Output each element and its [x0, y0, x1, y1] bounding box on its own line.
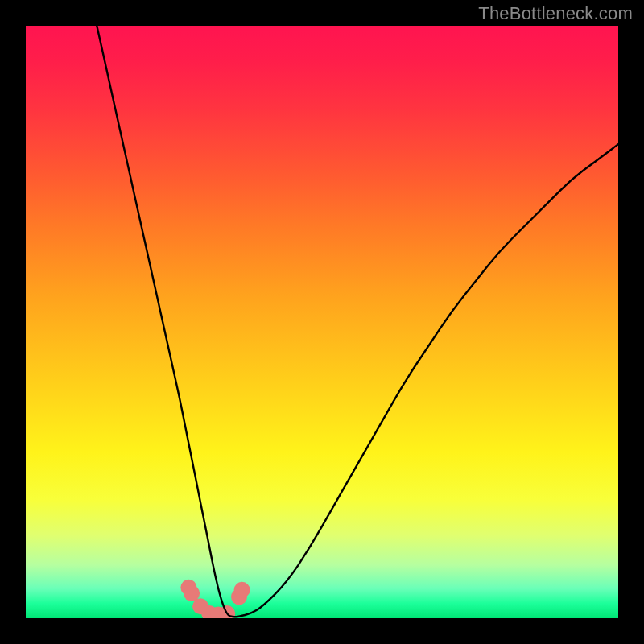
chart-overlay	[26, 26, 618, 618]
marker-dot	[184, 585, 200, 601]
plot-area	[26, 26, 618, 618]
highlight-markers	[180, 580, 250, 618]
watermark-label: TheBottleneck.com	[478, 3, 633, 24]
chart-frame: TheBottleneck.com	[0, 0, 644, 644]
marker-dot	[234, 582, 250, 598]
bottleneck-curve	[97, 26, 618, 617]
